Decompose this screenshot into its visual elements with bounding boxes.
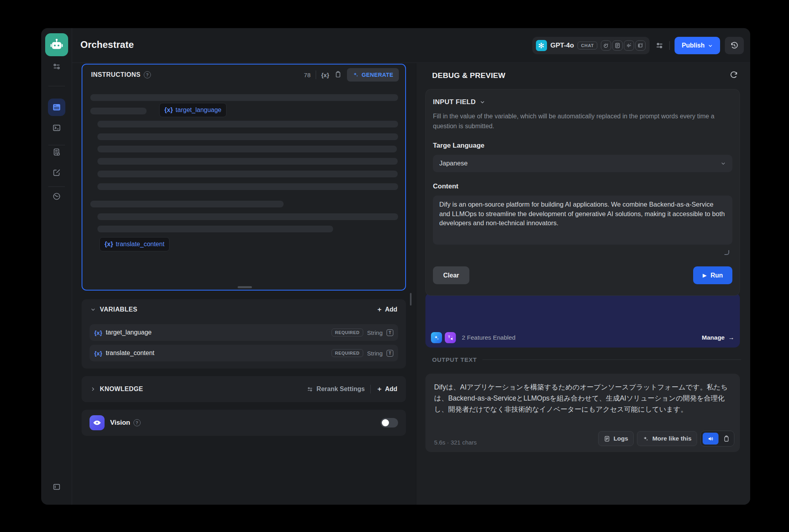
instructions-title: INSTRUCTIONS [91, 71, 141, 78]
variable-row[interactable]: {x} translate_content REQUIRED String T [90, 345, 398, 361]
run-label: Run [711, 272, 723, 279]
features-status: 2 Features Enabled [462, 334, 515, 341]
app-logo[interactable] [45, 33, 68, 56]
add-knowledge-button[interactable]: ＋ Add [376, 385, 397, 393]
generate-button[interactable]: GENERATE [347, 68, 399, 82]
help-icon[interactable]: ? [133, 419, 141, 426]
knowledge-panel: KNOWLEDGE Rerank Settings ＋ Add [82, 376, 406, 402]
sidebar-item-annotation[interactable] [52, 168, 61, 177]
prompt-skeleton-line [97, 146, 397, 152]
speaker-button[interactable] [703, 433, 718, 445]
input-field-header[interactable]: INPUT FIELD [433, 98, 732, 106]
page-title: Orchestrate [80, 39, 134, 50]
restart-icon[interactable] [730, 70, 738, 81]
prompt-skeleton-line [97, 121, 398, 127]
variable-chip-target-language[interactable]: {x} target_language [159, 103, 227, 117]
rerank-settings-button[interactable]: Rerank Settings [307, 386, 365, 393]
target-language-select[interactable]: Japanese [433, 155, 732, 172]
target-language-value: Japanese [439, 160, 468, 167]
variable-name: translate_content [106, 350, 154, 357]
string-type-icon[interactable]: T [387, 350, 393, 357]
chevron-down-icon [90, 307, 96, 312]
scrollbar-thumb[interactable] [410, 293, 412, 306]
features-enabled-bar[interactable]: T 2 Features Enabled Manage → [425, 293, 740, 348]
insert-variable-icon[interactable]: {x} [321, 72, 329, 78]
prompt-skeleton-line [90, 201, 284, 207]
speaker-icon [707, 435, 714, 442]
generate-label: GENERATE [362, 72, 393, 78]
header-actions: ✻ GPT-4o CHAT [532, 37, 744, 54]
output-section: OUTPUT TEXT [432, 356, 741, 363]
textarea-resize-handle[interactable] [724, 250, 729, 255]
variables-header[interactable]: VARIABLES ＋ Add [82, 299, 406, 320]
sidebar-item-orchestrate[interactable] [48, 99, 65, 116]
history-icon [730, 41, 739, 50]
logs-button[interactable]: Logs [598, 431, 634, 446]
collapse-sidebar-icon[interactable] [52, 482, 61, 492]
model-name: GPT-4o [551, 42, 574, 49]
variable-type: String [367, 350, 383, 357]
vision-toggle[interactable] [381, 418, 398, 428]
target-language-label: Targe Language [433, 142, 732, 150]
sidebar-item-logs[interactable] [52, 147, 61, 157]
content-textarea[interactable]: Dify is an open-source platform for buil… [433, 196, 732, 245]
text-to-speech-feature-icon: T [445, 332, 456, 343]
tools-divider [316, 70, 316, 79]
publish-label: Publish [682, 42, 705, 49]
content-label: Content [433, 182, 732, 190]
input-field-description: Fill in the value of the variable, which… [433, 112, 726, 131]
help-icon[interactable]: ? [144, 71, 151, 78]
variable-symbol: {x} [94, 350, 102, 357]
copy-prompt-icon[interactable] [334, 70, 342, 80]
required-badge: REQUIRED [332, 329, 363, 336]
header-divider [669, 41, 670, 50]
instructions-panel[interactable]: INSTRUCTIONS ? 78 {x} [82, 64, 406, 291]
knowledge-header[interactable]: KNOWLEDGE Rerank Settings ＋ Add [82, 376, 406, 402]
sidebar-divider [48, 186, 65, 187]
auto-generate-feature-icon [431, 332, 442, 343]
more-like-this-label: More like this [652, 435, 692, 442]
copy-output-button[interactable] [721, 433, 732, 444]
variable-chip-translate-content[interactable]: {x} translate_content [99, 237, 170, 251]
variable-symbol: {x} [164, 106, 173, 114]
plus-icon: ＋ [376, 306, 383, 314]
vision-eye-icon [90, 415, 105, 430]
variables-title: VARIABLES [100, 306, 137, 313]
model-mode-badge: CHAT [577, 42, 597, 49]
string-type-icon[interactable]: T [387, 329, 393, 336]
prompt-skeleton-line [97, 158, 398, 165]
more-like-this-button[interactable]: More like this [637, 431, 697, 446]
output-actions: Logs More like this [598, 431, 734, 446]
clear-button[interactable]: Clear [433, 266, 469, 284]
clipboard-icon [723, 435, 730, 442]
tuning-sliders-icon[interactable] [52, 62, 61, 71]
variable-symbol: {x} [105, 241, 113, 248]
required-badge: REQUIRED [332, 349, 363, 357]
video-capability-icon [635, 40, 646, 51]
model-params-icon[interactable] [654, 40, 665, 51]
vision-panel: Vision ? [82, 410, 406, 436]
sparkle-icon [353, 72, 359, 78]
model-capabilities [601, 40, 646, 51]
variable-name: target_language [106, 329, 152, 336]
prompt-skeleton-line [97, 183, 398, 190]
model-selector[interactable]: ✻ GPT-4o CHAT [532, 37, 650, 54]
add-variable-button[interactable]: ＋ Add [376, 306, 397, 314]
history-button[interactable] [725, 37, 744, 54]
sparkle-icon [642, 435, 649, 442]
play-icon: ▶ [703, 272, 707, 278]
run-button[interactable]: ▶ Run [693, 266, 732, 284]
sidebar-item-terminal[interactable] [52, 123, 61, 133]
prompt-skeleton-line [90, 108, 147, 114]
resize-drag-handle[interactable] [238, 286, 252, 288]
instructions-header: INSTRUCTIONS ? 78 {x} [82, 65, 405, 85]
header: Orchestrate ✻ GPT-4o CHAT [72, 28, 750, 63]
publish-button[interactable]: Publish [675, 37, 720, 54]
manage-label: Manage [702, 334, 725, 341]
prompt-skeleton-line [90, 94, 398, 101]
manage-features-button[interactable]: Manage → [702, 334, 734, 341]
chevron-down-icon [720, 161, 726, 166]
chevron-right-icon [90, 386, 96, 392]
sidebar-item-monitoring[interactable] [52, 192, 61, 201]
variable-row[interactable]: {x} target_language REQUIRED String T [90, 324, 398, 341]
